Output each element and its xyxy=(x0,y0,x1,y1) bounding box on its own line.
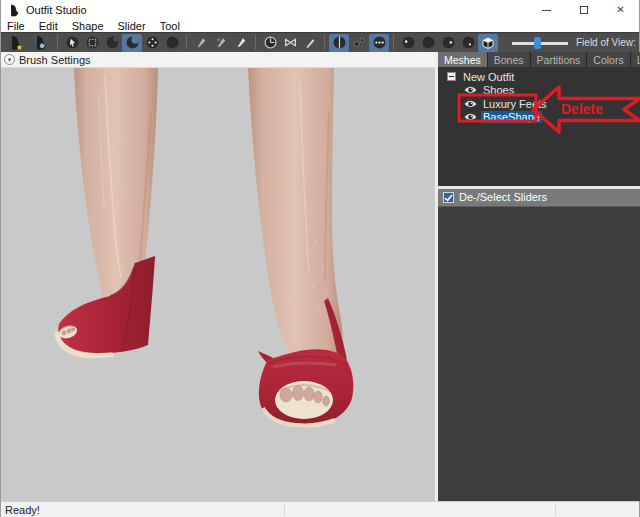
status-divider xyxy=(555,504,556,515)
toolbar-separator xyxy=(255,35,256,50)
minimize-button[interactable] xyxy=(528,0,565,20)
inflate-brush-icon[interactable] xyxy=(102,34,122,52)
viewport-render[interactable] xyxy=(1,68,435,501)
maximize-button[interactable] xyxy=(565,0,602,20)
tree-item-label: Luxury Feets xyxy=(481,98,549,110)
outfit-studio-window: Outfit Studio ✕ FileEditShapeSliderTool … xyxy=(0,0,640,517)
tab-meshes[interactable]: Meshes xyxy=(438,52,488,67)
toolbar-separator xyxy=(186,35,187,50)
close-button[interactable]: ✕ xyxy=(602,0,639,20)
view-back-icon[interactable] xyxy=(418,34,438,52)
rotate-center-icon[interactable] xyxy=(260,34,280,52)
edit-pen-icon[interactable] xyxy=(300,34,320,52)
x-mirror-toggle-icon[interactable] xyxy=(329,34,349,52)
tab-colors[interactable]: Colors xyxy=(587,52,630,67)
deflate-brush-icon[interactable] xyxy=(122,34,142,52)
tab-partitions[interactable]: Partitions xyxy=(531,52,588,67)
chevron-down-icon[interactable]: ▾ xyxy=(4,54,15,65)
tree-item-new-outfit[interactable]: New Outfit xyxy=(438,70,640,84)
tree-item-label: BaseShape xyxy=(481,111,542,123)
status-divider xyxy=(284,504,285,515)
collapse-icon[interactable] xyxy=(447,72,456,81)
move-brush-icon[interactable] xyxy=(142,34,162,52)
title-bar: Outfit Studio ✕ xyxy=(1,0,639,20)
tree-item-luxury-feets[interactable]: Luxury Feets xyxy=(438,97,640,111)
mask-paint-brush-icon[interactable] xyxy=(191,34,211,52)
select-brush-icon[interactable] xyxy=(82,34,102,52)
sliders-header-label: De-/Select Sliders xyxy=(459,192,547,203)
right-panel: MeshesBonesPartitionsColorsLights New Ou… xyxy=(438,52,640,501)
tab-bones[interactable]: Bones xyxy=(488,52,531,67)
menu-item-slider[interactable]: Slider xyxy=(118,20,146,32)
view-left-icon[interactable] xyxy=(438,34,458,52)
brush-settings-label: Brush Settings xyxy=(19,54,91,66)
panel-tabs: MeshesBonesPartitionsColorsLights xyxy=(438,52,640,67)
tree-item-label: Shoes xyxy=(481,84,516,96)
window-controls: ✕ xyxy=(528,0,639,20)
menu-item-file[interactable]: File xyxy=(7,20,25,32)
perspective-toggle-icon[interactable] xyxy=(478,34,498,52)
tree-item-baseshape[interactable]: BaseShape xyxy=(438,111,640,125)
status-bar: Ready! xyxy=(1,501,639,517)
status-text: Ready! xyxy=(5,504,40,516)
load-reference-icon[interactable] xyxy=(28,34,53,52)
tree-item-label: New Outfit xyxy=(461,71,516,83)
toolbar-separator xyxy=(57,35,58,50)
view-right-icon[interactable] xyxy=(458,34,478,52)
toolbar-separator xyxy=(324,35,325,50)
fov-slider[interactable] xyxy=(512,36,568,50)
connected-only-toggle-icon[interactable] xyxy=(369,34,389,52)
app-icon xyxy=(7,4,20,17)
tab-lights[interactable]: Lights xyxy=(631,52,640,67)
select-sliders-checkbox[interactable] xyxy=(443,192,454,203)
sliders-panel xyxy=(438,207,640,501)
edit-vertices-toggle-icon[interactable] xyxy=(349,34,369,52)
visibility-eye-icon[interactable] xyxy=(464,99,477,109)
load-project-icon[interactable] xyxy=(3,34,28,52)
color-paint-brush-icon[interactable] xyxy=(211,34,231,52)
menu-item-edit[interactable]: Edit xyxy=(39,20,58,32)
mesh-tree: New OutfitShoesLuxury FeetsBaseShape xyxy=(438,67,640,186)
menu-bar: FileEditShapeSliderTool xyxy=(1,20,639,32)
fov-label: Field of View: 65 xyxy=(576,37,639,48)
tree-item-shoes[interactable]: Shoes xyxy=(438,84,640,98)
sliders-header: De-/Select Sliders xyxy=(438,189,640,207)
fov-slider-thumb[interactable] xyxy=(534,37,541,49)
pin-vertex-icon[interactable] xyxy=(280,34,300,52)
smooth-brush-icon[interactable] xyxy=(162,34,182,52)
window-title: Outfit Studio xyxy=(26,4,87,16)
view-front-icon[interactable] xyxy=(398,34,418,52)
alpha-paint-brush-icon[interactable] xyxy=(231,34,251,52)
mask-brush-icon[interactable] xyxy=(62,34,82,52)
brush-settings-header[interactable]: ▾ Brush Settings xyxy=(1,52,435,68)
visibility-eye-icon[interactable] xyxy=(464,85,477,95)
right-leg xyxy=(248,68,342,364)
visibility-eye-icon[interactable] xyxy=(464,112,477,122)
menu-item-shape[interactable]: Shape xyxy=(72,20,104,32)
menu-item-tool[interactable]: Tool xyxy=(160,20,180,32)
viewport[interactable]: ▾ Brush Settings xyxy=(1,52,435,501)
toolbar: Field of View: 65 xyxy=(1,32,639,52)
toolbar-separator xyxy=(393,35,394,50)
